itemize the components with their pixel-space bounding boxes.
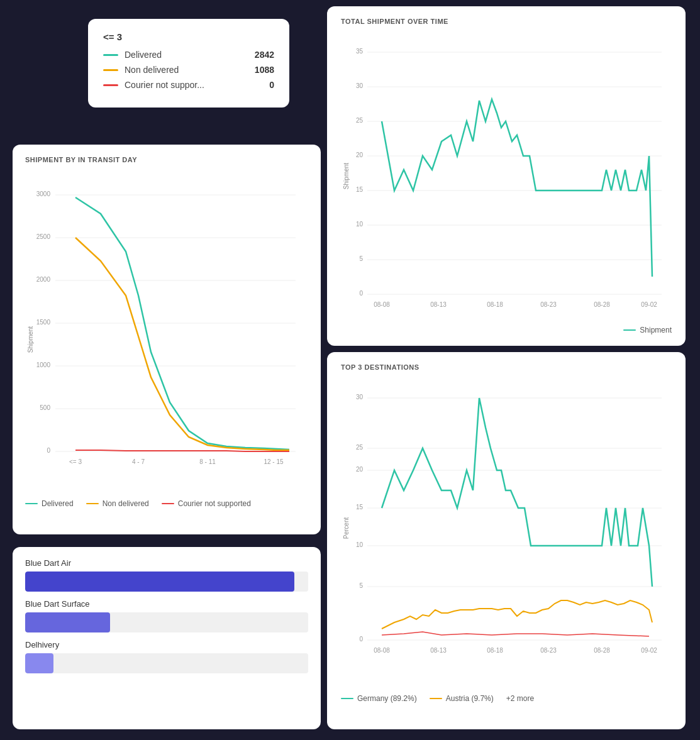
svg-text:0: 0 — [359, 636, 363, 643]
blue-dart-surface-bar — [25, 612, 110, 632]
svg-text:09-02: 09-02 — [641, 647, 657, 654]
svg-text:08-23: 08-23 — [540, 647, 557, 654]
courier-value: 0 — [269, 80, 274, 90]
top3-germany: Germany (89.2%) — [341, 694, 417, 703]
svg-text:8 - 11: 8 - 11 — [199, 458, 216, 465]
svg-text:15: 15 — [356, 504, 364, 511]
top3-svg: Percent 30 25 20 15 10 5 0 08-08 08-13 0… — [341, 377, 668, 685]
svg-text:5: 5 — [359, 582, 363, 589]
total-shipment-title: TOTAL SHIPMENT OVER TIME — [341, 18, 672, 25]
courier-label: Courier not suppor... — [125, 80, 204, 90]
legend-threshold: <= 3 — [103, 31, 274, 42]
germany-icon — [341, 698, 353, 699]
svg-text:2500: 2500 — [36, 233, 51, 240]
delhivery-bar — [25, 653, 53, 673]
svg-text:4 - 7: 4 - 7 — [132, 458, 145, 465]
transit-card: SHIPMENT BY IN TRANSIT DAY Shipment 3000… — [13, 145, 321, 534]
delivered-value: 2842 — [255, 50, 274, 60]
transit-courier-icon — [162, 503, 174, 504]
svg-text:12 - 15: 12 - 15 — [264, 458, 284, 465]
svg-text:10: 10 — [356, 541, 364, 548]
transit-y-label: Shipment — [27, 326, 34, 353]
svg-text:2000: 2000 — [36, 276, 51, 283]
delhivery-bar-container — [25, 653, 308, 673]
delivered-label: Delivered — [125, 50, 162, 60]
svg-text:3000: 3000 — [36, 191, 51, 197]
svg-text:500: 500 — [40, 404, 50, 411]
svg-text:08-18: 08-18 — [487, 647, 503, 654]
svg-text:Shipment: Shipment — [343, 163, 350, 189]
shipment-legend-icon — [623, 329, 636, 331]
svg-text:1500: 1500 — [36, 319, 51, 326]
delhivery-label: Delhivery — [25, 640, 308, 649]
svg-text:08-13: 08-13 — [430, 647, 447, 654]
top3-more: +2 more — [506, 694, 534, 703]
bar-card: Blue Dart Air Blue Dart Surface Delhiver… — [13, 547, 321, 729]
svg-text:08-13: 08-13 — [430, 301, 447, 308]
svg-text:10: 10 — [356, 221, 364, 228]
top3-card: TOP 3 DESTINATIONS Percent 30 25 20 15 1… — [327, 352, 686, 729]
top3-austria: Austria (9.7%) — [430, 694, 494, 703]
transit-legend-courier: Courier not supported — [162, 499, 251, 508]
non-delivered-label: Non delivered — [125, 65, 179, 75]
transit-chart-title: SHIPMENT BY IN TRANSIT DAY — [25, 156, 308, 163]
svg-text:08-28: 08-28 — [594, 647, 610, 654]
transit-non-delivered-label: Non delivered — [103, 499, 149, 508]
shipment-legend-label: Shipment — [640, 326, 672, 334]
germany-label: Germany (89.2%) — [357, 694, 417, 703]
more-label: +2 more — [506, 694, 534, 703]
delivered-line-icon — [103, 54, 118, 56]
transit-legend-non-delivered: Non delivered — [86, 499, 149, 508]
transit-legend-delivered: Delivered — [25, 499, 74, 508]
svg-text:08-08: 08-08 — [374, 647, 390, 654]
blue-dart-air-bar — [25, 572, 294, 592]
transit-legend: Delivered Non delivered Courier not supp… — [25, 499, 308, 508]
blue-dart-surface-bar-container — [25, 612, 308, 632]
svg-text:20: 20 — [356, 466, 364, 473]
non-delivered-value: 1088 — [255, 65, 274, 75]
svg-text:08-23: 08-23 — [540, 301, 557, 308]
legend-item-delivered: Delivered 2842 — [103, 50, 274, 60]
svg-text:<= 3: <= 3 — [69, 458, 82, 465]
svg-text:15: 15 — [356, 186, 364, 193]
svg-text:30: 30 — [356, 394, 364, 400]
legend-item-non-delivered: Non delivered 1088 — [103, 65, 274, 75]
blue-dart-air-bar-container — [25, 572, 308, 592]
austria-label: Austria (9.7%) — [446, 694, 494, 703]
svg-text:08-28: 08-28 — [594, 301, 610, 308]
svg-text:08-08: 08-08 — [374, 301, 390, 308]
svg-text:25: 25 — [356, 117, 364, 124]
svg-text:08-18: 08-18 — [487, 301, 503, 308]
legend-item-courier: Courier not suppor... 0 — [103, 80, 274, 90]
top3-legend: Germany (89.2%) Austria (9.7%) +2 more — [341, 694, 672, 703]
transit-delivered-label: Delivered — [42, 499, 74, 508]
svg-text:0: 0 — [47, 447, 50, 454]
svg-text:1000: 1000 — [36, 362, 51, 368]
svg-text:0: 0 — [359, 290, 363, 297]
transit-non-delivered-icon — [86, 503, 99, 504]
total-shipment-legend: Shipment — [341, 326, 672, 334]
svg-text:20: 20 — [356, 152, 364, 158]
total-shipment-card: TOTAL SHIPMENT OVER TIME Shipment 35 30 … — [327, 6, 686, 346]
transit-courier-not-supported-label: Courier not supported — [178, 499, 251, 508]
legend-card: <= 3 Delivered 2842 Non delivered 1088 C… — [88, 19, 289, 108]
non-delivered-line-icon — [103, 69, 118, 71]
svg-text:09-02: 09-02 — [641, 301, 657, 308]
svg-text:30: 30 — [356, 82, 364, 89]
svg-text:5: 5 — [359, 255, 363, 262]
courier-line-icon — [103, 84, 118, 86]
total-shipment-svg: Shipment 35 30 25 20 15 10 5 0 08-08 08-… — [341, 31, 668, 321]
svg-text:25: 25 — [356, 444, 364, 451]
top3-title: TOP 3 DESTINATIONS — [341, 363, 672, 371]
shipment-legend-item: Shipment — [623, 326, 672, 334]
austria-icon — [430, 698, 442, 699]
blue-dart-air-label: Blue Dart Air — [25, 558, 308, 568]
svg-text:35: 35 — [356, 48, 364, 55]
dashboard-container: <= 3 Delivered 2842 Non delivered 1088 C… — [0, 0, 700, 740]
svg-text:Percent: Percent — [343, 517, 350, 539]
blue-dart-surface-label: Blue Dart Surface — [25, 599, 308, 609]
transit-delivered-icon — [25, 503, 38, 504]
transit-chart-svg: Shipment 3000 2500 2000 1500 1000 500 0 … — [25, 170, 302, 490]
